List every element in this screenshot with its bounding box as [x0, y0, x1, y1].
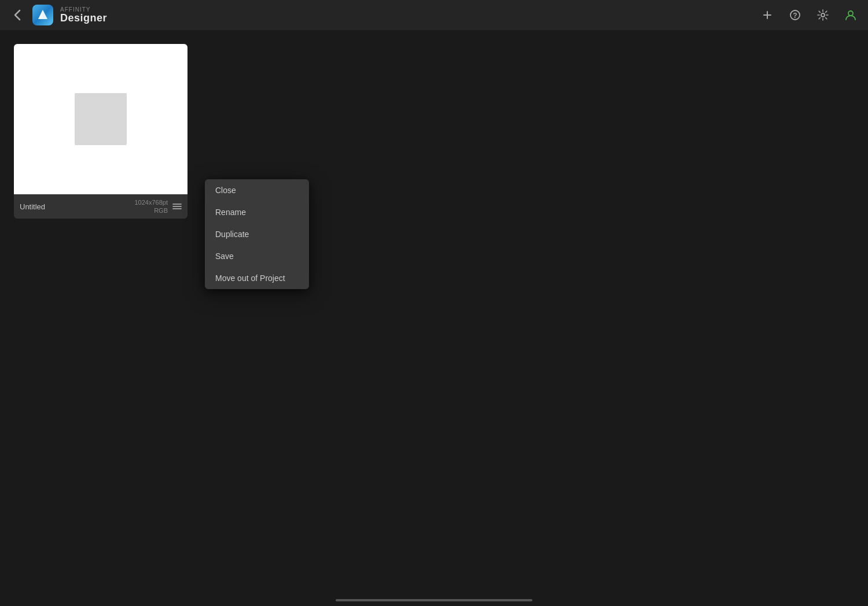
document-thumbnail [14, 44, 187, 194]
back-button[interactable] [9, 7, 25, 23]
context-menu-item-duplicate[interactable]: Duplicate [205, 223, 309, 245]
settings-button[interactable] [815, 7, 831, 23]
document-title: Untitled [20, 202, 135, 211]
context-menu: Close Rename Duplicate Save Move out of … [205, 179, 309, 289]
svg-point-3 [848, 11, 853, 16]
app-name: AFFINITY Designer [60, 6, 107, 24]
app-logo [32, 5, 53, 25]
svg-text:?: ? [793, 12, 797, 20]
add-button[interactable] [759, 7, 775, 23]
document-meta: 1024x768pt RGB [135, 198, 168, 215]
user-button[interactable] [843, 7, 859, 23]
document-menu-button[interactable] [172, 203, 182, 210]
titlebar-right: ? [759, 7, 859, 23]
titlebar-left: AFFINITY Designer [9, 5, 107, 25]
titlebar: AFFINITY Designer ? [0, 0, 868, 30]
context-menu-item-close[interactable]: Close [205, 179, 309, 201]
document-footer: Untitled 1024x768pt RGB [14, 194, 187, 219]
help-button[interactable]: ? [787, 7, 803, 23]
context-menu-item-move-out[interactable]: Move out of Project [205, 267, 309, 289]
document-color-mode: RGB [154, 206, 168, 215]
designer-label: Designer [60, 13, 107, 24]
document-resolution: 1024x768pt [135, 198, 168, 206]
context-menu-item-save[interactable]: Save [205, 245, 309, 267]
main-content: Untitled 1024x768pt RGB Close Rename Dup… [0, 30, 868, 606]
document-preview [75, 93, 127, 145]
affinity-label: AFFINITY [60, 6, 107, 13]
context-menu-item-rename[interactable]: Rename [205, 201, 309, 223]
svg-point-2 [821, 13, 825, 17]
bottom-scrollbar[interactable] [336, 599, 532, 601]
document-card[interactable]: Untitled 1024x768pt RGB [14, 44, 187, 219]
